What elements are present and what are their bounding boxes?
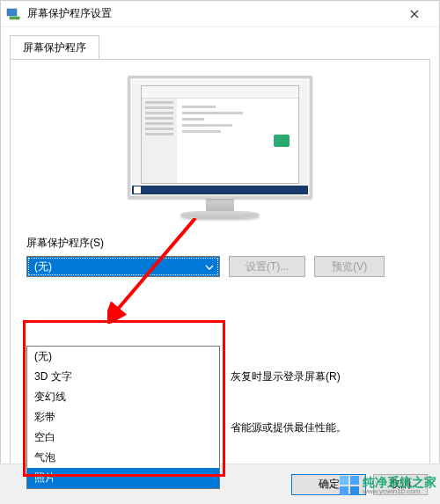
screensaver-settings-window: 屏幕保护程序设置 屏幕保护程序 — [0, 0, 440, 504]
close-button[interactable] — [394, 1, 434, 27]
screensaver-combo[interactable]: (无) — [26, 256, 220, 277]
resume-checkbox-label-fragment: 灰复时显示登录屏幕(R) — [231, 369, 341, 384]
screensaver-dropdown-list[interactable]: (无) 3D 文字 变幻线 彩带 空白 气泡 照片 — [26, 346, 220, 489]
titlebar: 屏幕保护程序设置 — [1, 1, 439, 27]
tabs: 屏幕保护程序 — [1, 27, 439, 59]
svg-rect-0 — [7, 9, 17, 16]
dropdown-option[interactable]: 空白 — [27, 427, 219, 448]
dropdown-option[interactable]: (无) — [27, 347, 219, 367]
watermark: 纯净系统之家 www.ycwin10.com — [336, 474, 440, 497]
tab-screensaver[interactable]: 屏幕保护程序 — [10, 35, 99, 60]
settings-button[interactable]: 设置(T)... — [229, 256, 305, 277]
monitor-preview — [26, 76, 414, 218]
dropdown-option[interactable]: 3D 文字 — [27, 367, 219, 387]
watermark-url: www.ycwin10.com — [363, 488, 436, 495]
watermark-brand: 纯净系统之家 — [363, 476, 436, 488]
power-description-fragment: 省能源或提供最佳性能。 — [231, 420, 347, 435]
chevron-down-icon — [205, 260, 214, 273]
screensaver-label: 屏幕保护程序(S) — [26, 236, 104, 251]
dropdown-option[interactable]: 变幻线 — [27, 387, 219, 407]
tab-panel: 屏幕保护程序(S) (无) 设置(T)... 预览(V) (无) 3D 文字 变… — [10, 59, 430, 481]
window-title: 屏幕保护程序设置 — [27, 6, 394, 21]
preview-button[interactable]: 预览(V) — [314, 256, 385, 277]
app-icon — [6, 7, 20, 21]
dropdown-option[interactable]: 照片 — [27, 468, 219, 488]
dropdown-option[interactable]: 气泡 — [27, 448, 219, 468]
dropdown-option[interactable]: 彩带 — [27, 407, 219, 427]
combo-selected-text: (无) — [34, 259, 52, 274]
svg-rect-1 — [10, 17, 19, 19]
watermark-logo-icon — [340, 476, 359, 495]
